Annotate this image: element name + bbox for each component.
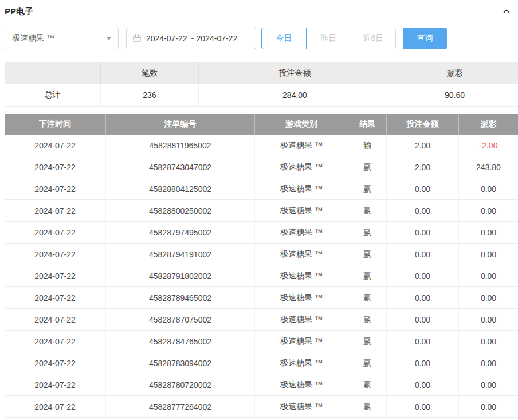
header-order-id: 注单编号	[106, 114, 255, 135]
cell-payout: 0.00	[459, 222, 518, 243]
table-row: 2024-07-22 45828794191002 极速糖果 ™ 赢 0.00 …	[5, 244, 518, 265]
summary-total-payout: 90.60	[391, 84, 518, 107]
cell-bet-amount: 0.00	[387, 352, 459, 374]
summary-table: 笔数 投注金额 派彩 总计 236 284.00 90.60	[5, 62, 518, 107]
table-row: 2024-07-22 45828800250002 极速糖果 ™ 赢 0.00 …	[5, 200, 518, 222]
cell-result: 输	[348, 135, 387, 156]
cell-payout: 0.00	[459, 331, 518, 352]
cell-bet-amount: 0.00	[387, 265, 459, 286]
cell-result: 赢	[348, 244, 387, 265]
search-button[interactable]: 查询	[403, 28, 447, 49]
cell-game-type: 极速糖果 ™	[255, 156, 348, 178]
cell-bet-time: 2024-07-22	[5, 287, 106, 308]
cell-payout: 0.00	[459, 244, 518, 265]
cell-bet-time: 2024-07-22	[5, 265, 106, 286]
cell-bet-time: 2024-07-22	[5, 244, 106, 265]
cell-result: 赢	[348, 200, 387, 221]
game-select-value: 极速糖果 ™	[12, 33, 54, 44]
game-select[interactable]: 极速糖果 ™	[5, 28, 119, 49]
table-row: 2024-07-22 45828743047002 极速糖果 ™ 赢 2.00 …	[5, 156, 518, 178]
bets-table: 下注时间 注单编号 游戏类别 结果 投注金额 派彩 2024-07-22 458…	[5, 114, 518, 418]
summary-total-row: 总计 236 284.00 90.60	[5, 84, 518, 107]
summary-header-count: 笔数	[101, 62, 199, 84]
cell-payout: 0.00	[459, 309, 518, 330]
cell-order-id: 45828800250002	[106, 200, 255, 221]
cell-bet-amount: 0.00	[387, 178, 459, 199]
pp-electronic-panel: PP电子 极速糖果 ™ 2024-07-22 ~ 2024-07-22	[0, 0, 518, 418]
cell-game-type: 极速糖果 ™	[255, 222, 348, 243]
cell-payout: 243.80	[459, 156, 518, 178]
header-bet-time: 下注时间	[5, 114, 106, 135]
header-game-type: 游戏类别	[255, 114, 348, 135]
cell-result: 赢	[348, 352, 387, 374]
cell-payout: 0.00	[459, 178, 518, 199]
header-result: 结果	[348, 114, 387, 135]
cell-bet-amount: 2.00	[387, 156, 459, 178]
table-row: 2024-07-22 45828783094002 极速糖果 ™ 赢 0.00 …	[5, 352, 518, 374]
cell-bet-time: 2024-07-22	[5, 374, 106, 395]
cell-result: 赢	[348, 396, 387, 417]
collapse-chevron-up-icon[interactable]	[502, 7, 511, 16]
cell-order-id: 45828777264002	[106, 396, 255, 417]
cell-game-type: 极速糖果 ™	[255, 396, 348, 417]
cell-game-type: 极速糖果 ™	[255, 244, 348, 265]
table-row: 2024-07-22 45828797495002 极速糖果 ™ 赢 0.00 …	[5, 222, 518, 244]
cell-bet-time: 2024-07-22	[5, 222, 106, 243]
cell-bet-time: 2024-07-22	[5, 396, 106, 417]
last-8-days-button[interactable]: 近8日	[351, 28, 396, 49]
cell-bet-time: 2024-07-22	[5, 178, 106, 199]
cell-order-id: 45828791802002	[106, 265, 255, 286]
table-row: 2024-07-22 45828784765002 极速糖果 ™ 赢 0.00 …	[5, 331, 518, 352]
cell-order-id: 45828783094002	[106, 352, 255, 374]
cell-payout: 0.00	[459, 265, 518, 286]
today-button[interactable]: 今日	[261, 28, 307, 49]
cell-order-id: 45828787075002	[106, 309, 255, 330]
table-row: 2024-07-22 45828789465002 极速糖果 ™ 赢 0.00 …	[5, 287, 518, 309]
cell-result: 赢	[348, 309, 387, 330]
cell-result: 赢	[348, 222, 387, 243]
table-row: 2024-07-22 45828804125002 极速糖果 ™ 赢 0.00 …	[5, 178, 518, 200]
date-range-picker[interactable]: 2024-07-22 ~ 2024-07-22	[126, 28, 256, 49]
cell-result: 赢	[348, 178, 387, 199]
summary-total-bet-amount: 284.00	[199, 84, 391, 107]
cell-bet-time: 2024-07-22	[5, 135, 106, 156]
cell-bet-amount: 2.00	[387, 135, 459, 156]
cell-bet-amount: 0.00	[387, 287, 459, 308]
cell-payout: 0.00	[459, 287, 518, 308]
table-row: 2024-07-22 45828811965002 极速糖果 ™ 输 2.00 …	[5, 135, 518, 156]
cell-bet-amount: 0.00	[387, 200, 459, 221]
cell-game-type: 极速糖果 ™	[255, 331, 348, 352]
cell-bet-time: 2024-07-22	[5, 309, 106, 330]
cell-result: 赢	[348, 374, 387, 395]
cell-bet-time: 2024-07-22	[5, 331, 106, 352]
cell-bet-amount: 0.00	[387, 374, 459, 395]
cell-payout: 0.00	[459, 396, 518, 417]
cell-game-type: 极速糖果 ™	[255, 309, 348, 330]
summary-total-count: 236	[101, 84, 199, 107]
table-row: 2024-07-22 45828787075002 极速糖果 ™ 赢 0.00 …	[5, 309, 518, 331]
bets-table-body: 2024-07-22 45828811965002 极速糖果 ™ 输 2.00 …	[5, 135, 518, 418]
cell-order-id: 45828789465002	[106, 287, 255, 308]
cell-order-id: 45828804125002	[106, 178, 255, 199]
bets-table-header: 下注时间 注单编号 游戏类别 结果 投注金额 派彩	[5, 114, 518, 135]
cell-payout: 0.00	[459, 200, 518, 221]
cell-payout: 0.00	[459, 352, 518, 374]
summary-total-label: 总计	[5, 84, 101, 107]
table-row: 2024-07-22 45828780720002 极速糖果 ™ 赢 0.00 …	[5, 374, 518, 396]
cell-result: 赢	[348, 265, 387, 286]
header-bet-amount: 投注金额	[387, 114, 459, 135]
cell-bet-amount: 0.00	[387, 396, 459, 417]
summary-header-payout: 派彩	[391, 62, 518, 84]
quick-date-buttons: 今日 昨日 近8日	[261, 28, 396, 49]
cell-game-type: 极速糖果 ™	[255, 374, 348, 395]
cell-bet-time: 2024-07-22	[5, 156, 106, 178]
cell-game-type: 极速糖果 ™	[255, 135, 348, 156]
cell-order-id: 45828797495002	[106, 222, 255, 243]
cell-bet-amount: 0.00	[387, 309, 459, 330]
yesterday-button[interactable]: 昨日	[306, 28, 351, 49]
table-row: 2024-07-22 45828777264002 极速糖果 ™ 赢 0.00 …	[5, 396, 518, 418]
cell-bet-time: 2024-07-22	[5, 352, 106, 374]
cell-result: 赢	[348, 156, 387, 178]
cell-bet-amount: 0.00	[387, 244, 459, 265]
cell-game-type: 极速糖果 ™	[255, 287, 348, 308]
